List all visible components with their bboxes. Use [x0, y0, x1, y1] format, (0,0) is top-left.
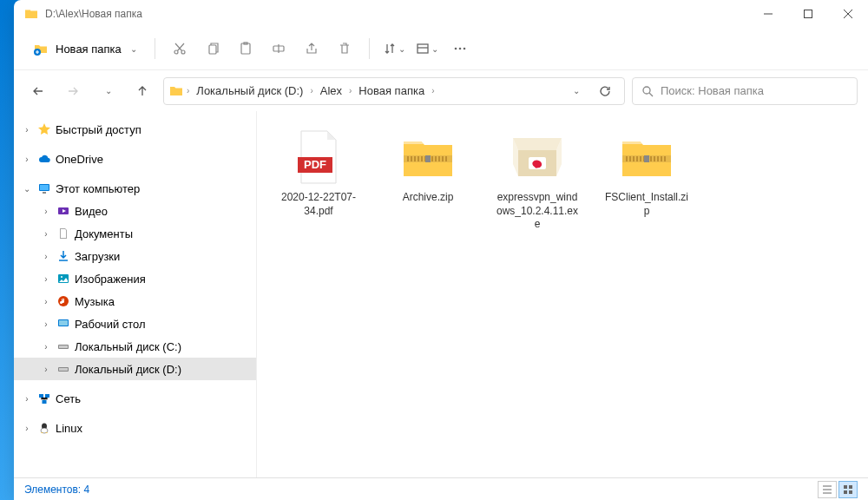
window-title: D:\Alex\Новая папка: [45, 8, 748, 20]
breadcrumb-item[interactable]: Локальный диск (D:): [193, 82, 306, 99]
new-folder-button[interactable]: Новая папка ⌄: [24, 36, 146, 62]
up-button[interactable]: [128, 77, 156, 105]
zip-icon: [616, 127, 677, 188]
file-item[interactable]: FSClient_Install.zip: [599, 122, 694, 237]
svg-rect-23: [59, 320, 68, 326]
chevron-right-icon[interactable]: ›: [40, 319, 52, 329]
tree-videos[interactable]: › Видео: [14, 200, 256, 222]
forward-button[interactable]: [59, 77, 87, 105]
tree-quick-access[interactable]: › Быстрый доступ: [14, 118, 256, 141]
breadcrumb-item[interactable]: Новая папка: [355, 82, 428, 99]
tree-this-pc[interactable]: ⌄ Этот компьютер: [14, 177, 256, 200]
svg-rect-7: [209, 45, 216, 54]
breadcrumb-item[interactable]: Alex: [317, 82, 345, 99]
chevron-right-icon: ›: [308, 86, 314, 95]
svg-rect-28: [39, 394, 43, 398]
chevron-right-icon[interactable]: ›: [21, 125, 33, 135]
tree-onedrive[interactable]: › OneDrive: [14, 148, 256, 170]
toolbar: Новая папка ⌄ ⌄ ⌄: [14, 28, 868, 69]
svg-point-12: [454, 48, 457, 50]
svg-rect-8: [241, 43, 250, 54]
maximize-button[interactable]: [788, 0, 828, 28]
share-button[interactable]: [296, 33, 327, 64]
file-name: 2020-12-22T07-34.pdf: [276, 191, 361, 218]
chevron-right-icon[interactable]: ›: [40, 297, 52, 306]
star-icon: [36, 122, 52, 137]
chevron-right-icon[interactable]: ›: [40, 252, 52, 261]
file-item[interactable]: PDF 2020-12-22T07-34.pdf: [271, 122, 366, 237]
address-bar[interactable]: › Локальный диск (D:) › Alex › Новая пап…: [163, 77, 625, 105]
new-folder-icon: [33, 41, 49, 56]
svg-point-5: [174, 50, 178, 54]
cut-button[interactable]: [164, 33, 195, 64]
network-icon: [36, 391, 52, 406]
svg-rect-55: [640, 156, 641, 161]
chevron-right-icon[interactable]: ›: [40, 365, 52, 374]
copy-button[interactable]: [197, 33, 228, 64]
svg-rect-67: [849, 490, 852, 494]
tree-label: Документы: [75, 227, 133, 240]
close-button[interactable]: [828, 0, 868, 28]
svg-rect-36: [407, 156, 409, 161]
chevron-down-icon: ⌄: [573, 86, 580, 95]
icons-view-button[interactable]: [838, 481, 858, 498]
tree-documents[interactable]: › Документы: [14, 222, 256, 245]
desktop-icon: [56, 316, 71, 332]
tree-drive-c[interactable]: › Локальный диск (C:): [14, 335, 256, 358]
chevron-down-icon: ⌄: [431, 44, 438, 54]
tree-label: OneDrive: [56, 153, 103, 166]
chevron-right-icon[interactable]: ›: [21, 155, 33, 164]
svg-rect-45: [438, 156, 440, 161]
delete-button[interactable]: [329, 33, 360, 64]
tree-music[interactable]: › Музыка: [14, 290, 256, 312]
drive-icon: [56, 361, 71, 377]
tree-linux[interactable]: › Linux: [14, 417, 256, 439]
titlebar[interactable]: D:\Alex\Новая папка: [14, 0, 868, 28]
tree-network[interactable]: › Сеть: [14, 387, 256, 410]
chevron-right-icon: ›: [430, 86, 436, 95]
sort-button[interactable]: ⌄: [378, 33, 410, 64]
tree-label: Быстрый доступ: [56, 123, 141, 136]
chevron-right-icon[interactable]: ›: [40, 342, 52, 352]
chevron-right-icon[interactable]: ›: [40, 229, 52, 239]
chevron-right-icon[interactable]: ›: [40, 207, 52, 216]
chevron-right-icon[interactable]: ›: [21, 394, 33, 404]
addr-dropdown[interactable]: ⌄: [562, 77, 589, 105]
paste-button[interactable]: [230, 33, 261, 64]
tree-drive-d[interactable]: › Локальный диск (D:): [14, 358, 256, 380]
svg-rect-29: [45, 394, 49, 398]
tree-desktop[interactable]: › Рабочий стол: [14, 312, 256, 335]
file-list[interactable]: PDF 2020-12-22T07-34.pdf Archive.zip exp…: [257, 111, 868, 477]
tree-pictures[interactable]: › Изображения: [14, 267, 256, 290]
tree-downloads[interactable]: › Загрузки: [14, 245, 256, 267]
folder-icon: [169, 84, 183, 98]
tree-label: Изображения: [75, 273, 146, 286]
svg-rect-30: [43, 400, 47, 404]
navbar: ⌄ › Локальный диск (D:) › Alex › Новая п…: [14, 69, 868, 111]
svg-rect-47: [445, 156, 447, 161]
svg-rect-48: [425, 155, 431, 162]
svg-rect-61: [661, 156, 662, 161]
file-item[interactable]: expressvpn_windows_10.2.4.11.exe: [490, 122, 585, 237]
item-count: Элементов: 4: [24, 484, 89, 496]
search-placeholder: Поиск: Новая папка: [661, 84, 764, 97]
chevron-right-icon[interactable]: ›: [40, 274, 52, 284]
chevron-right-icon[interactable]: ›: [21, 424, 33, 433]
refresh-button[interactable]: [591, 77, 619, 105]
svg-rect-43: [431, 156, 433, 161]
back-button[interactable]: [24, 77, 52, 105]
view-button[interactable]: ⌄: [411, 33, 443, 64]
svg-rect-17: [40, 185, 49, 190]
details-view-button[interactable]: [818, 481, 837, 498]
recent-dropdown[interactable]: ⌄: [94, 77, 122, 105]
rename-button[interactable]: [263, 33, 294, 64]
music-icon: [56, 293, 71, 309]
minimize-button[interactable]: [748, 0, 788, 28]
download-icon: [56, 248, 71, 264]
chevron-down-icon[interactable]: ⌄: [21, 184, 33, 194]
more-button[interactable]: [444, 33, 476, 64]
svg-rect-64: [844, 485, 847, 489]
file-item[interactable]: Archive.zip: [380, 122, 476, 237]
svg-rect-58: [650, 156, 652, 161]
search-input[interactable]: Поиск: Новая папка: [632, 77, 858, 105]
